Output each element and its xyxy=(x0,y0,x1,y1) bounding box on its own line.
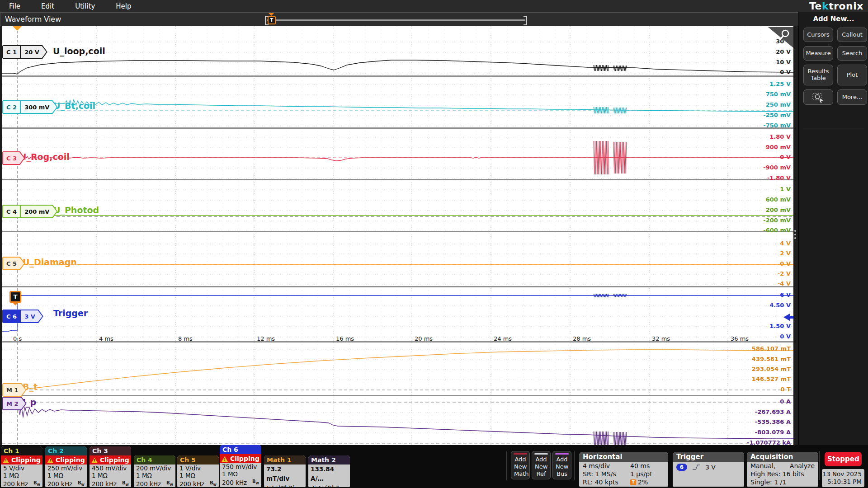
plot-button[interactable]: Plot xyxy=(837,65,867,85)
axis-label-c-4: 1 V xyxy=(780,186,791,192)
channel-badge-c-6[interactable]: C 63 V xyxy=(2,310,43,323)
right-sidebar: Add New... CursorsCalloutMeasureSearchRe… xyxy=(799,12,868,445)
menu-help[interactable]: Help xyxy=(116,2,131,10)
ch-5-card[interactable]: Ch 51 V/div1 MΩ200 kHzBw xyxy=(177,455,219,487)
trace-label-u-bt-coil[interactable]: U_Bt,coil xyxy=(53,101,95,111)
panel-splitter-handle[interactable] xyxy=(794,228,797,241)
menu-utility[interactable]: Utility xyxy=(75,2,95,10)
axis-label-m-1: 293.054 mT xyxy=(752,366,791,372)
axis-label-c-5: 0 V xyxy=(780,260,791,267)
acquisition-panel[interactable]: Acquisition Manual,Analyze High Res: 16 … xyxy=(747,452,818,487)
axis-label-c-2: 750 mV xyxy=(766,91,791,98)
trace-label-u-loop-coil[interactable]: U_loop,coil xyxy=(53,46,105,56)
acquisition-mode: Manual, xyxy=(750,462,775,470)
ch-4-card[interactable]: Ch 4200 mV/div1 MΩ200 kHzBw xyxy=(134,455,175,487)
trace-label-u-diamagn[interactable]: U_Diamagn xyxy=(23,257,77,267)
waveform-window: Waveform View T T 30 V20 V10 V0 VC 120 V… xyxy=(0,12,799,445)
axis-label-c-3: -900 mV xyxy=(763,164,791,171)
horizontal-position-scrollbar[interactable]: T xyxy=(265,14,527,25)
axis-label-c-4: 200 mV xyxy=(766,206,791,213)
horizontal-panel[interactable]: Horizontal 4 ms/div40 ms SR: 1 MS/s1 µs/… xyxy=(579,452,668,487)
card-row: 200 kHz xyxy=(3,480,28,487)
add-new-math-button[interactable]: Add New Math xyxy=(511,451,530,479)
results-table-button[interactable]: Results Table xyxy=(803,65,833,85)
axis-label-m-2: -803.079 A xyxy=(755,429,791,436)
card-title: Ch 4 xyxy=(134,455,175,465)
axis-label-c-2: 250 mV xyxy=(766,101,791,108)
ch-2-card[interactable]: Ch 2!Clipping250 mV/div1 MΩ200 kHzBw xyxy=(45,446,87,487)
record-length: RL: 40 kpts xyxy=(583,478,630,486)
channel-badge-m-1[interactable]: M 1 xyxy=(2,383,27,397)
axis-label-c-6: 6 V xyxy=(780,291,791,298)
trace-label-trigger[interactable]: Trigger xyxy=(53,308,88,318)
run-stop-status-button[interactable]: Stopped xyxy=(825,452,862,466)
axis-label-m-2: -267.693 A xyxy=(755,408,791,415)
card-row: 200 kHz xyxy=(47,480,72,487)
zoom-select-icon xyxy=(811,92,825,103)
menu-edit[interactable]: Edit xyxy=(41,2,54,10)
trace-c-1 xyxy=(2,60,793,74)
card-row: 1 MΩ xyxy=(92,472,108,479)
channel-badge-c-1[interactable]: C 120 V xyxy=(2,45,47,59)
scrollbar-right-bracket xyxy=(524,16,527,25)
ch-3-card[interactable]: Ch 3!Clipping450 mV/div1 MΩ200 kHzBw xyxy=(90,446,131,487)
add-new-bus-button[interactable]: Add New Bus xyxy=(552,451,571,479)
noise-burst xyxy=(613,108,627,113)
card-row: 5 V/div xyxy=(3,465,24,472)
menu-file[interactable]: File xyxy=(9,2,20,10)
card-row: 200 kHz xyxy=(92,480,117,487)
trigger-position-marker-icon[interactable]: T xyxy=(268,16,276,24)
date-time: 13 Nov 2025 5:10:31 PM xyxy=(822,469,864,487)
ch-1-card[interactable]: Ch 1!Clipping5 V/div1 MΩ200 kHzBw xyxy=(1,446,42,487)
noise-burst xyxy=(594,107,609,113)
add-new-ref-button[interactable]: Add New Ref xyxy=(532,451,551,479)
noise-burst xyxy=(594,65,609,71)
trace-label-u-photod[interactable]: U_Photod xyxy=(53,205,99,215)
horizontal-title: Horizontal xyxy=(579,452,668,462)
channel-badge-m-2[interactable]: M 2 xyxy=(2,397,27,410)
trigger-marker-tip-icon xyxy=(12,302,19,305)
waveform-canvas xyxy=(2,26,793,445)
badge-id: M 1 xyxy=(3,384,26,396)
warning-icon: ! xyxy=(91,457,98,463)
waveform-view-tab[interactable]: Waveform View T xyxy=(0,12,798,26)
waveform-grid[interactable]: T 30 V20 V10 V0 VC 120 VU_loop,coil1.25 … xyxy=(2,26,793,445)
noise-burst xyxy=(613,432,627,445)
channel-badge-c-4[interactable]: C 4200 mV xyxy=(2,205,57,218)
acquisition-single: Single: 1 /1 xyxy=(750,478,786,486)
trace-label-u-rog-coil[interactable]: U_Rog,coil xyxy=(19,152,70,162)
axis-label-m-1: 439.581 mT xyxy=(752,356,791,362)
card-row: 200 kHz xyxy=(136,480,161,487)
callout-button[interactable]: Callout xyxy=(837,28,867,42)
badge-id: C 6 xyxy=(3,310,20,322)
horizontal-window: 40 ms xyxy=(630,462,650,470)
axis-label-c-2: -250 mV xyxy=(763,112,791,118)
more-button[interactable]: More... xyxy=(837,89,867,105)
cursors-button[interactable]: Cursors xyxy=(803,28,833,42)
card-row: 1 MΩ xyxy=(222,470,238,478)
channel-badge-c-2[interactable]: C 2300 mV xyxy=(2,100,57,114)
trigger-panel[interactable]: Trigger 6 3 V xyxy=(673,452,744,487)
clipping-warning: !Clipping xyxy=(1,455,42,465)
search-button[interactable]: Search xyxy=(837,46,867,61)
math-1-card[interactable]: Math 173.2 mT/divIntg(Ch2)… xyxy=(264,455,306,487)
warning-icon: ! xyxy=(222,456,228,462)
math-2-card[interactable]: Math 2133.84 A/…-Intg(Ch3… xyxy=(308,455,350,487)
card-title: Ch 2 xyxy=(45,446,87,455)
separator xyxy=(574,451,575,480)
clipping-warning: !Clipping xyxy=(90,455,131,465)
trigger-level-arrow-icon[interactable] xyxy=(783,314,790,321)
measure-button[interactable]: Measure xyxy=(803,46,833,61)
trace-c-2 xyxy=(2,100,793,112)
card-row: 1 V/div xyxy=(179,465,201,472)
acquisition-title: Acquisition xyxy=(747,452,818,462)
ch-6-card[interactable]: Ch 6!Clipping750 mV/div1 MΩ200 kHzBw xyxy=(220,445,261,487)
card-row: 1 MΩ xyxy=(179,472,195,479)
badge-id: C 4 xyxy=(3,206,20,217)
zoom-select-button[interactable] xyxy=(803,89,833,105)
axis-label-c-1: 10 V xyxy=(776,59,791,66)
trigger-source-marker[interactable]: T xyxy=(9,291,21,303)
bandwidth-limit-icon: Bw xyxy=(122,479,129,487)
axis-label-c-2: -750 mV xyxy=(763,122,791,129)
card-row: 73.2 mT/div xyxy=(266,465,303,483)
